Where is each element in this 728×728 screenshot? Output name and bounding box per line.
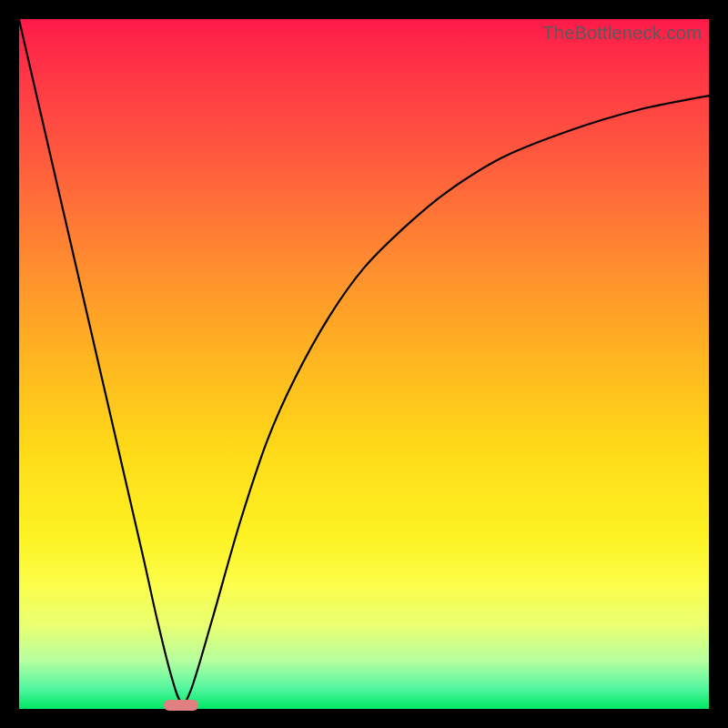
chart-frame: TheBottleneck.com [19, 19, 709, 709]
bottleneck-curve [19, 19, 709, 709]
optimal-point-marker [164, 700, 198, 711]
watermark-text: TheBottleneck.com [542, 23, 702, 44]
